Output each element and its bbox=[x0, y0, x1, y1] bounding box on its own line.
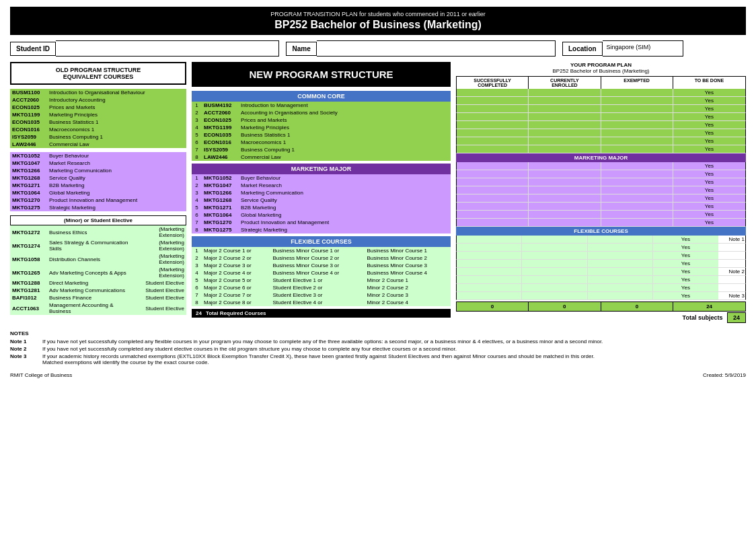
total-subjects-row: Total subjects 24 bbox=[456, 314, 746, 321]
new-marketing-row: 1MKTG1052Buyer Behaviour bbox=[192, 174, 451, 182]
plan-flexible-row: Yes bbox=[456, 260, 746, 268]
footer: RMIT College of Business Created: 5/9/20… bbox=[10, 372, 746, 378]
new-common-core-row: 3ECON1025Prices and Markets bbox=[192, 116, 451, 124]
new-common-core-row: 4MKTG1199Marketing Principles bbox=[192, 124, 451, 131]
old-marketing-table: MKTG1052Buyer BehaviourMKTG1047Market Re… bbox=[10, 152, 186, 211]
total-subjects-value: 24 bbox=[727, 312, 746, 323]
total-exempted: 0 bbox=[601, 301, 674, 312]
new-flexible-row: 7Major 2 Course 7 orStudent Elective 3 o… bbox=[192, 291, 451, 299]
header-title: BP252 Bachelor of Business (Marketing) bbox=[14, 19, 742, 31]
plan-marketing-header: MARKETING MAJOR bbox=[456, 153, 746, 162]
new-common-core-section: COMMON CORE 1BUSM4192Introduction to Man… bbox=[192, 91, 451, 161]
old-common-core-section: BUSM1100Introduction to Organisational B… bbox=[10, 89, 186, 148]
plan-col3-header: EXEMPTED bbox=[601, 77, 673, 89]
old-flexible-row: MKTG1274Sales Strategy & Communication S… bbox=[10, 239, 186, 252]
new-flexible-row: 2Major 2 Course 2 orBusiness Minor Cours… bbox=[192, 254, 451, 262]
note3-text: If your academic history records unmatch… bbox=[42, 353, 595, 359]
plan-marketing-row: Yes bbox=[456, 194, 746, 203]
plan-marketing-row: Yes bbox=[456, 170, 746, 178]
plan-core-row: Yes bbox=[456, 137, 746, 145]
new-marketing-row: 3MKTG1266Marketing Communication bbox=[192, 189, 451, 197]
student-id-label: Student ID bbox=[10, 42, 56, 56]
student-id-input[interactable] bbox=[56, 40, 279, 57]
new-flexible-row: 4Major 2 Course 4 orBusiness Minor Cours… bbox=[192, 269, 451, 277]
old-common-core-row: ECON1035Business Statistics 1 bbox=[10, 118, 186, 126]
student-id-group: Student ID bbox=[10, 40, 279, 57]
old-marketing-row: MKTG1271B2B Marketing bbox=[10, 182, 186, 189]
plan-flexible-row: Yes bbox=[456, 284, 746, 292]
note2-row: Note 2 If you have not yet successfully … bbox=[10, 346, 746, 352]
plan-marketing-row: Yes bbox=[456, 178, 746, 186]
new-marketing-row: 8MKTG1275Strategic Marketing bbox=[192, 226, 451, 234]
new-marketing-row: 2MKTG1047Market Research bbox=[192, 182, 451, 189]
flexible-header: FLEXIBLE COURSES bbox=[192, 236, 451, 247]
new-flexible-section: FLEXIBLE COURSES 1Major 2 Course 1 orBus… bbox=[192, 236, 451, 306]
old-flexible-row: BAFI1012Business FinanceStudent Elective bbox=[10, 294, 186, 301]
marketing-major-header: MARKETING MAJOR bbox=[192, 164, 451, 174]
new-flexible-row: 6Major 2 Course 6 orStudent Elective 2 o… bbox=[192, 284, 451, 291]
name-input[interactable] bbox=[317, 40, 556, 57]
total-required-row: 24 Total Required Courses bbox=[192, 309, 451, 318]
new-marketing-section: MARKETING MAJOR 1MKTG1052Buyer Behaviour… bbox=[192, 164, 451, 234]
plan-core-row: Yes bbox=[456, 113, 746, 121]
new-flexible-row: 1Major 2 Course 1 orBusiness Minor Cours… bbox=[192, 247, 451, 254]
plan-totals-row: 0 0 0 24 bbox=[456, 301, 746, 312]
total-to-be-done: 24 bbox=[673, 301, 746, 312]
name-label: Name bbox=[286, 42, 316, 56]
note1-row: Note 1 If you have not yet successfully … bbox=[10, 338, 746, 345]
note3-label: Note 3 bbox=[10, 353, 38, 365]
plan-core-row: Yes bbox=[456, 121, 746, 129]
plan-core-row: Yes bbox=[456, 89, 746, 97]
plan-marketing-section: Yes Yes Yes Yes Yes Yes Yes Yes bbox=[456, 162, 746, 227]
plan-marketing-row: Yes bbox=[456, 211, 746, 219]
plan-core-row: Yes bbox=[456, 129, 746, 137]
new-common-core-row: 7ISYS2059Business Computing 1 bbox=[192, 146, 451, 153]
notes-title: NOTES bbox=[10, 330, 746, 336]
note1-text: If you have not yet successfully complet… bbox=[42, 338, 603, 345]
plan-col2-header: CURRENTLY ENROLLED bbox=[529, 77, 601, 89]
footer-right: Created: 5/9/2019 bbox=[703, 372, 746, 378]
new-marketing-row: 5MKTG1271B2B Marketing bbox=[192, 204, 451, 211]
new-marketing-table: 1MKTG1052Buyer Behaviour2MKTG1047Market … bbox=[192, 174, 451, 234]
old-marketing-row: MKTG1268Service Quality bbox=[10, 174, 186, 182]
new-marketing-row: 6MKTG1064Global Marketing bbox=[192, 211, 451, 219]
note2-label: Note 2 bbox=[10, 346, 38, 352]
plan-marketing-row: Yes bbox=[456, 219, 746, 227]
plan-flexible-row: Yes bbox=[456, 276, 746, 284]
plan-col4-header: TO BE DONE bbox=[673, 77, 745, 89]
footer-left: RMIT College of Business bbox=[10, 372, 72, 378]
old-common-core-row: ECON1016Macroeconomics 1 bbox=[10, 126, 186, 133]
old-marketing-row: MKTG1064Global Marketing bbox=[10, 189, 186, 197]
plan-column-headers: SUCCESSFULLY SUCCESSFULLY COMPLETED COMP… bbox=[456, 76, 746, 89]
old-program-column: OLD PROGRAM STRUCTURE EQUIVALENT COURSES… bbox=[10, 62, 186, 321]
old-common-core-row: ECON1025Prices and Markets bbox=[10, 104, 186, 111]
old-minor-header: (Minor) or Student Elective bbox=[10, 215, 186, 225]
note1-label: Note 1 bbox=[10, 338, 38, 345]
old-flexible-row: ACCT1063Management Accounting & Business… bbox=[10, 301, 186, 315]
location-group: Location Singapore (SIM) bbox=[562, 40, 746, 57]
new-common-core-row: 1BUSM4192Introduction to Management bbox=[192, 102, 451, 109]
new-program-title: NEW PROGRAM STRUCTURE bbox=[192, 62, 451, 87]
plan-marketing-row: Yes bbox=[456, 162, 746, 170]
your-plan-subtitle: BP252 Bachelor of Business (Marketing) bbox=[456, 68, 746, 74]
old-marketing-major-section: MKTG1052Buyer BehaviourMKTG1047Market Re… bbox=[10, 152, 186, 211]
total-label: Total Required Courses bbox=[206, 310, 266, 316]
total-count: 24 bbox=[196, 310, 202, 316]
main-layout: OLD PROGRAM STRUCTURE EQUIVALENT COURSES… bbox=[10, 62, 746, 321]
location-value: Singapore (SIM) bbox=[603, 40, 683, 57]
total-enrolled: 0 bbox=[529, 301, 601, 312]
old-program-title: OLD PROGRAM STRUCTURE EQUIVALENT COURSES bbox=[10, 62, 186, 85]
old-flexible-row: MKTG1265Adv Marketing Concepts & Apps(Ma… bbox=[10, 266, 186, 279]
old-marketing-row: MKTG1266Marketing Communication bbox=[10, 167, 186, 174]
new-flexible-table: 1Major 2 Course 1 orBusiness Minor Cours… bbox=[192, 247, 451, 306]
plan-flexible-row: Yes bbox=[456, 244, 746, 252]
header-banner: PROGRAM TRANSITION PLAN for students who… bbox=[10, 7, 746, 35]
old-common-core-row: BUSM1100Introduction to Organisational B… bbox=[10, 89, 186, 96]
note3-row: Note 3 If your academic history records … bbox=[10, 353, 746, 365]
new-marketing-row: 7MKTG1270Product Innovation and Manageme… bbox=[192, 219, 451, 226]
new-common-core-row: 8LAW2446Commercial Law bbox=[192, 153, 451, 161]
new-common-core-row: 6ECON1016Macroeconomics 1 bbox=[192, 139, 451, 146]
total-completed: 0 bbox=[456, 301, 529, 312]
new-flexible-row: 5Major 2 Course 5 orStudent Elective 1 o… bbox=[192, 277, 451, 284]
old-flexible-section: (Minor) or Student Elective MKTG1272Busi… bbox=[10, 215, 186, 315]
